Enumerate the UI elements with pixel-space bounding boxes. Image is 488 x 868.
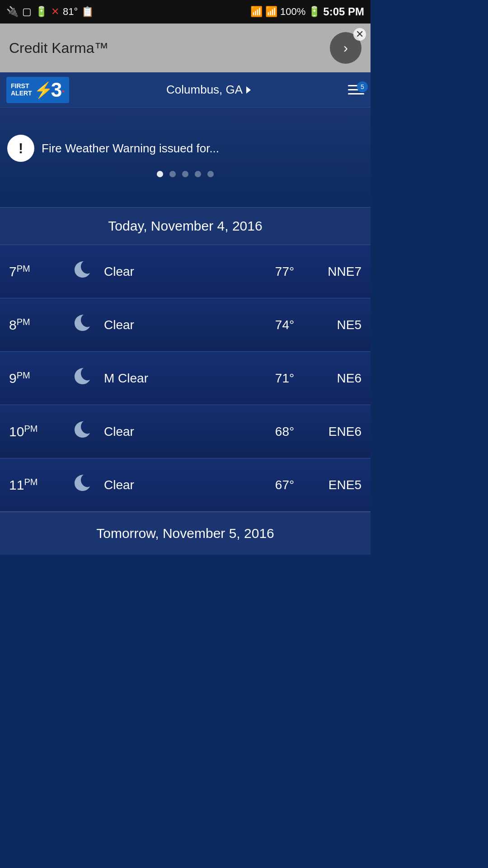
tomorrow-date-header: Tomorrow, November 5, 2016	[0, 512, 371, 555]
alert-text: Fire Weather Warning issued for...	[42, 142, 219, 156]
temp-col-4: 67°	[262, 478, 307, 492]
time-suffix-0: PM	[17, 264, 30, 274]
ad-close-button[interactable]: ✕	[353, 28, 366, 41]
weather-row-4: 11PM Clear 67° ENE5	[0, 458, 371, 512]
time-suffix-4: PM	[24, 477, 38, 487]
temp-display: 81°	[63, 6, 78, 18]
weather-row-1: 8PM Clear 74° NE5	[0, 298, 371, 352]
time-main-2: 9	[9, 371, 17, 386]
weather-row-3: 10PM Clear 68° ENE6	[0, 405, 371, 458]
location-selector[interactable]: Columbus, GA	[166, 83, 251, 97]
logo-dot-icon: ●	[62, 89, 65, 94]
ad-banner[interactable]: Credit Karma™ › ✕	[0, 24, 371, 72]
time-main-4: 11	[9, 477, 24, 492]
signal-icon: 📶	[265, 6, 277, 18]
clipboard-icon: 📋	[81, 6, 94, 18]
time-col-0: 7PM	[9, 264, 63, 279]
alert-exclamation: !	[19, 140, 23, 157]
carousel-dot-2[interactable]	[169, 171, 176, 177]
status-time: 5:05 PM	[323, 5, 364, 18]
alert-warning-icon: !	[7, 135, 34, 162]
condition-col-1: Clear	[99, 318, 262, 332]
wind-col-3: ENE6	[307, 425, 361, 439]
carousel-dot-1[interactable]	[157, 171, 163, 177]
time-col-3: 10PM	[9, 424, 63, 439]
battery-percent: 100%	[280, 6, 305, 18]
logo-lightning-icon: ⚡	[34, 81, 53, 99]
weather-rows-container: 7PM Clear 77° NNE7 8PM Clear 74° NE5	[0, 245, 371, 512]
status-bar: 🔌 ▢ 🔋 ✕ 81° 📋 📶 📶 100% 🔋 5:05 PM	[0, 0, 371, 24]
wifi-icon: 📶	[250, 6, 263, 18]
temp-col-1: 74°	[262, 318, 307, 332]
today-date-header: Today, November 4, 2016	[0, 207, 371, 245]
today-date-text: Today, November 4, 2016	[108, 218, 262, 233]
temp-col-3: 68°	[262, 425, 307, 439]
location-dropdown-arrow	[246, 86, 251, 94]
alert-section[interactable]: ! Fire Weather Warning issued for...	[0, 108, 371, 207]
ad-arrow-icon: ›	[343, 40, 348, 56]
alert-row: ! Fire Weather Warning issued for...	[7, 135, 363, 162]
time-suffix-2: PM	[17, 370, 30, 380]
menu-badge: 5	[357, 81, 368, 92]
time-suffix-3: PM	[24, 424, 38, 434]
logo-line2: ALERT	[11, 90, 32, 97]
temp-col-0: 77°	[262, 264, 307, 279]
ad-text: Credit Karma™	[9, 40, 109, 57]
location-text: Columbus, GA	[166, 83, 243, 97]
time-col-1: 8PM	[9, 317, 63, 333]
carousel-dot-4[interactable]	[195, 171, 201, 177]
time-col-2: 9PM	[9, 370, 63, 386]
condition-col-2: M Clear	[99, 371, 262, 386]
battery-status-icon: 🔋	[35, 6, 47, 18]
condition-col-0: Clear	[99, 264, 262, 279]
image-icon: ▢	[22, 6, 32, 18]
moon-icon-1	[63, 311, 99, 339]
status-left-icons: 🔌 ▢ 🔋 ✕ 81° 📋	[6, 6, 94, 18]
alert-icon: ✕	[51, 6, 59, 18]
moon-icon-4	[63, 471, 99, 499]
battery-icon: 🔋	[308, 6, 320, 18]
logo-number: 3	[51, 79, 62, 101]
weather-row-2: 9PM M Clear 71° NE6	[0, 352, 371, 405]
time-suffix-1: PM	[17, 317, 30, 327]
wind-col-4: ENE5	[307, 478, 361, 492]
wind-col-1: NE5	[307, 318, 361, 332]
wind-col-2: NE6	[307, 371, 361, 386]
status-right-icons: 📶 📶 100% 🔋 5:05 PM	[250, 5, 364, 18]
menu-button[interactable]: 5	[348, 85, 364, 94]
hamburger-line-3	[348, 93, 364, 94]
moon-icon-3	[63, 418, 99, 445]
weather-row-0: 7PM Clear 77° NNE7	[0, 245, 371, 298]
carousel-dot-3[interactable]	[182, 171, 188, 177]
time-main-0: 7	[9, 264, 17, 279]
app-header: FIRST ALERT ⚡ 3 ● Columbus, GA 5	[0, 72, 371, 108]
logo-line1: FIRST	[11, 83, 32, 90]
usb-icon: 🔌	[6, 6, 19, 18]
temp-col-2: 71°	[262, 371, 307, 386]
time-main-3: 10	[9, 424, 24, 439]
condition-col-3: Clear	[99, 425, 262, 439]
condition-col-4: Clear	[99, 478, 262, 492]
app-logo[interactable]: FIRST ALERT ⚡ 3 ●	[6, 77, 69, 103]
tomorrow-date-text: Tomorrow, November 5, 2016	[96, 526, 274, 541]
wind-col-0: NNE7	[307, 264, 361, 279]
time-main-1: 8	[9, 317, 17, 332]
carousel-dots	[7, 171, 363, 177]
carousel-dot-5[interactable]	[207, 171, 214, 177]
time-col-4: 11PM	[9, 477, 63, 493]
moon-icon-0	[63, 258, 99, 285]
moon-icon-2	[63, 364, 99, 392]
